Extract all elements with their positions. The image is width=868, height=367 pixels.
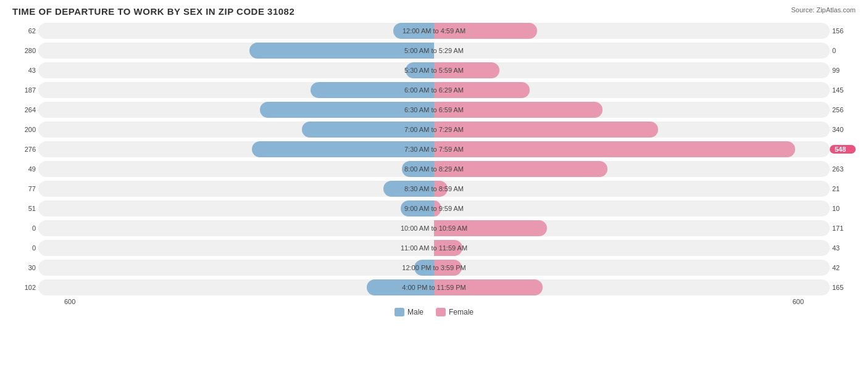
female-bar [434,102,603,118]
legend-male-box [394,308,404,316]
female-value: 156 [830,27,856,35]
female-bar [434,141,795,157]
chart-title: TIME OF DEPARTURE TO WORK BY SEX IN ZIP … [12,6,856,17]
female-bar [434,82,530,98]
male-value: 102 [12,284,38,291]
female-bar [434,220,547,236]
female-value: 145 [830,86,856,94]
female-bar [434,161,607,177]
chart-container: TIME OF DEPARTURE TO WORK BY SEX IN ZIP … [0,0,868,367]
male-value: 0 [12,225,38,232]
legend-male: Male [394,308,424,316]
legend-male-label: Male [407,308,424,316]
chart-row: 498:00 AM to 8:29 AM263 [12,160,856,178]
male-bar [260,102,434,118]
female-bar [434,181,448,197]
female-value: 99 [830,67,856,74]
male-bar [402,161,434,177]
male-value: 49 [12,165,38,173]
male-value: 43 [12,67,38,74]
chart-row: 6212:00 AM to 4:59 AM156 [12,22,856,39]
female-value: 21 [830,185,856,192]
chart-row: 1876:00 AM to 6:29 AM145 [12,81,856,99]
male-bar [252,141,434,157]
legend-female: Female [436,308,474,316]
female-value: 171 [830,225,856,232]
chart-row: 519:00 AM to 9:59 AM10 [12,199,856,217]
chart-row: 3012:00 PM to 3:59 PM42 [12,258,856,276]
chart-row: 1024:00 PM to 11:59 PM165 [12,278,856,296]
male-value: 187 [12,86,38,94]
female-value: 256 [830,106,856,113]
legend-female-box [436,308,446,316]
female-bar [434,122,658,138]
chart-row: 2007:00 AM to 7:29 AM340 [12,120,856,138]
chart-row: 2767:30 AM to 7:59 AM548 [12,140,856,158]
female-bar [434,260,462,276]
male-value: 77 [12,185,38,192]
male-bar [367,279,434,295]
male-value: 0 [12,244,38,252]
female-bar [434,200,441,216]
female-value: 0 [830,47,856,54]
chart-row: 010:00 AM to 10:59 AM171 [12,219,856,237]
female-bar [434,279,543,295]
source-label: Source: ZipAtlas.com [791,6,856,14]
legend-female-label: Female [449,308,474,316]
chart-row: 2805:00 AM to 5:29 AM0 [12,41,856,59]
male-value: 51 [12,205,38,212]
x-axis-right: 600 [793,298,804,305]
male-bar [401,200,434,216]
female-value: 43 [830,244,856,252]
female-bar [434,240,462,256]
male-value: 264 [12,106,38,113]
male-bar [393,23,434,39]
male-bar [249,43,434,59]
male-bar [311,82,434,98]
male-bar [383,181,434,197]
female-value: 165 [830,284,856,291]
male-bar [414,260,434,276]
female-value: 548 [830,145,856,154]
chart-row: 435:30 AM to 5:59 AM99 [12,61,856,79]
male-value: 276 [12,146,38,153]
chart-row: 778:30 AM to 8:59 AM21 [12,179,856,197]
male-bar [302,122,434,138]
x-axis-left: 600 [64,298,75,305]
chart-area: 6212:00 AM to 4:59 AM1562805:00 AM to 5:… [12,22,856,296]
female-value: 10 [830,205,856,212]
female-value: 340 [830,126,856,133]
female-value: 263 [830,165,856,173]
chart-row: 011:00 AM to 11:59 AM43 [12,239,856,257]
female-value: 42 [830,264,856,271]
legend: Male Female [12,308,856,316]
male-value: 30 [12,264,38,271]
male-value: 200 [12,126,38,133]
female-bar [434,62,499,78]
chart-row: 2646:30 AM to 6:59 AM256 [12,101,856,118]
male-bar [406,62,434,78]
male-value: 62 [12,27,38,35]
male-value: 280 [12,47,38,54]
female-bar [434,23,537,39]
